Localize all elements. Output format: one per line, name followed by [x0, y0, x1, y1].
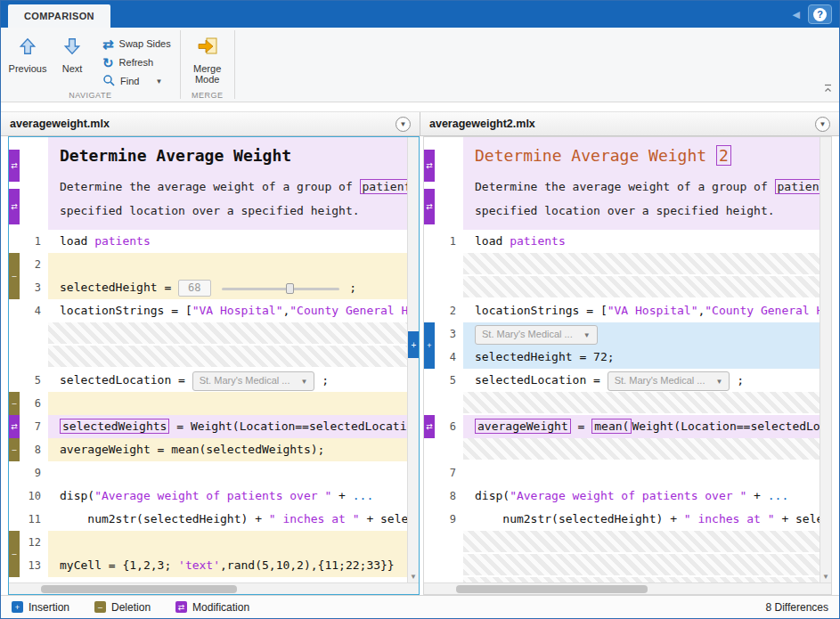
dropdown-control[interactable]: St. Mary's Medical ...▼	[608, 371, 730, 391]
merge-mode-button[interactable]: Merge Mode	[186, 32, 229, 86]
code-row[interactable]: 3St. Mary's Medical ...▼	[435, 322, 820, 346]
left-horizontal-scrollbar[interactable]	[9, 582, 419, 594]
collapse-left-icon[interactable]: ◀	[793, 10, 800, 20]
paragraph-line: Determine the average weight of a group …	[60, 175, 407, 199]
chevron-down-icon: ▼	[400, 120, 407, 128]
code-line	[463, 276, 820, 299]
modification-marker[interactable]: ⇄	[9, 189, 20, 224]
code-token: "County General Hospital"	[705, 304, 820, 317]
code-line: selectedWeights = Weight(Location==selec…	[48, 415, 407, 438]
title-text-highlight-box: 2	[716, 145, 731, 166]
dropdown-control[interactable]: St. Mary's Medical ...▼	[475, 325, 598, 345]
insertion-icon: +	[12, 601, 23, 613]
scrollbar-thumb[interactable]	[41, 585, 237, 593]
refresh-button[interactable]: ↻ Refresh	[99, 54, 175, 70]
modification-marker[interactable]: ⇄	[424, 189, 435, 224]
line-number: 3	[435, 322, 463, 346]
line-number: 11	[20, 508, 48, 531]
code-row[interactable]: 13myCell = {1,2,3; 'text',rand(5,10,2),{…	[20, 554, 407, 577]
merge-mode-label-1: Merge	[193, 63, 221, 74]
del-marker[interactable]: –	[9, 438, 20, 461]
code-row: 9 num2str(selectedHeight) + " inches at …	[435, 508, 820, 531]
left-vertical-scrollbar[interactable]: ▼ +	[407, 137, 419, 582]
slider-thumb[interactable]	[286, 283, 294, 294]
code-token: num2str(selectedHeight) +	[475, 512, 684, 525]
titlebar-actions: ◀ ?	[793, 4, 832, 24]
mod-marker[interactable]: ⇄	[424, 415, 435, 438]
slider-control[interactable]	[222, 281, 339, 296]
code-row: 11 num2str(selectedHeight) + " inches at…	[20, 508, 407, 531]
swap-sides-button[interactable]: ⇄ Swap Sides	[99, 36, 175, 52]
line-number	[435, 276, 463, 299]
code-token: =	[571, 419, 591, 433]
code-row[interactable]: 4selectedHeight = 72;	[435, 346, 820, 369]
scrollbar-thumb[interactable]	[456, 585, 648, 593]
alignment-gap-row	[435, 392, 820, 415]
find-label: Find	[120, 76, 139, 86]
insertion-edge-marker[interactable]: +	[408, 331, 419, 358]
paragraph-line: specified location over a specified heig…	[475, 199, 820, 223]
question-mark-icon: ?	[813, 8, 827, 21]
code-row[interactable]: 2	[20, 253, 407, 276]
chevron-down-icon[interactable]: ▼	[155, 77, 162, 86]
del-marker[interactable]: –	[9, 531, 20, 577]
code-row[interactable]: 6	[20, 392, 407, 415]
dropdown-control[interactable]: St. Mary's Medical ...▼	[192, 371, 315, 391]
modification-marker[interactable]: ⇄	[424, 150, 435, 182]
line-number: 6	[435, 415, 463, 438]
find-button[interactable]: Find ▼	[99, 73, 175, 89]
help-button[interactable]: ?	[808, 4, 832, 24]
tab-comparison[interactable]: COMPARISON	[8, 4, 110, 28]
right-vertical-scrollbar[interactable]: ▼	[820, 137, 831, 582]
line-number	[435, 392, 463, 415]
line-number	[20, 322, 48, 346]
title-section: Determine Average Weight 2Determine the …	[463, 137, 820, 230]
legend-insertion: + Insertion	[12, 601, 69, 614]
code-row: 4locationStrings = ["VA Hospital","Count…	[20, 299, 407, 322]
ins-marker[interactable]: +	[424, 322, 435, 369]
code-line: disp("Average weight of patients over " …	[48, 485, 407, 508]
code-line: locationStrings = ["VA Hospital","County…	[463, 299, 820, 322]
legend-deletion: – Deletion	[94, 601, 151, 614]
next-button[interactable]: Next	[51, 32, 94, 76]
code-row: 5selectedLocation = St. Mary's Medical .…	[20, 369, 407, 392]
code-row[interactable]: 3selectedHeight = 68 ;	[20, 276, 407, 299]
code-token: ;	[314, 373, 329, 387]
mod-marker[interactable]: ⇄	[9, 415, 20, 438]
scroll-down-icon[interactable]: ▼	[408, 573, 419, 582]
code-row[interactable]: 8averageWeight = mean(selectedWeights);	[20, 438, 407, 461]
scroll-down-icon[interactable]: ▼	[820, 573, 831, 582]
code-token: "County General Hospital"	[290, 304, 407, 317]
navigate-buttons: Previous Next ⇄ Swap Sides ↻ Refresh	[1, 28, 180, 89]
code-row: 2locationStrings = ["VA Hospital","Count…	[435, 299, 820, 322]
del-marker[interactable]: –	[9, 253, 20, 299]
merge-section-label: MERGE	[181, 88, 234, 102]
right-header-menu-button[interactable]: ▼	[815, 117, 830, 132]
code-row[interactable]: 7selectedWeights = Weight(Location==sele…	[20, 415, 407, 438]
code-token: selectedWeights	[60, 419, 169, 434]
code-row[interactable]: 6averageWeight = mean(Weight(Location==s…	[435, 415, 820, 438]
value-box[interactable]: 68	[178, 280, 210, 297]
search-icon	[102, 74, 115, 88]
code-token: 'text'	[178, 558, 220, 572]
alignment-gap-row	[435, 531, 820, 554]
code-row: 10disp("Average weight of patients over …	[20, 485, 407, 508]
line-number: 1	[435, 230, 463, 253]
modification-marker[interactable]: ⇄	[9, 150, 20, 182]
title-block-row: Determine Average WeightDetermine the av…	[20, 137, 407, 230]
differences-count: 8 Differences	[766, 601, 828, 614]
code-row[interactable]: 12	[20, 531, 407, 554]
code-line: averageWeight = mean(selectedWeights);	[48, 438, 407, 461]
paragraph-text-highlight-box: patients	[775, 179, 820, 194]
code-token: ;	[343, 281, 357, 294]
del-marker[interactable]: –	[9, 392, 20, 415]
left-filename: averageweight.mlx	[10, 118, 110, 130]
left-header-menu-button[interactable]: ▼	[396, 117, 411, 132]
right-horizontal-scrollbar[interactable]	[424, 582, 831, 594]
toolstrip: Previous Next ⇄ Swap Sides ↻ Refresh	[1, 28, 839, 102]
left-file-header: averageweight.mlx ▼	[1, 112, 420, 135]
title-text: Determine Average Weight	[60, 146, 291, 165]
line-number: 9	[435, 508, 463, 531]
previous-button[interactable]: Previous	[6, 32, 49, 76]
minimize-toolstrip-icon[interactable]	[823, 81, 833, 97]
